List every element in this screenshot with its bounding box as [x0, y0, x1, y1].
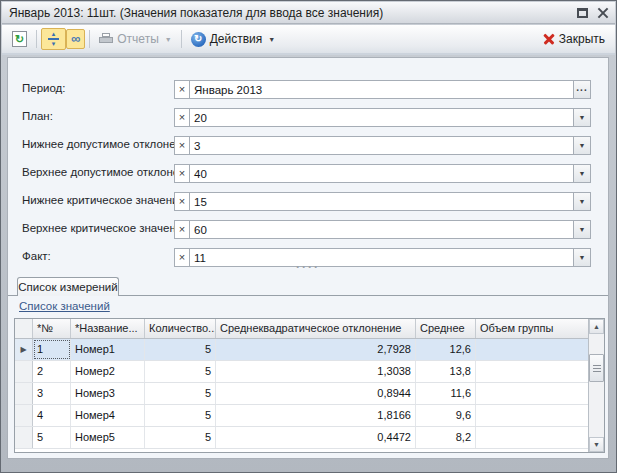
- column-header[interactable]: Среднее: [416, 319, 476, 338]
- clear-icon[interactable]: ×: [175, 221, 190, 238]
- field-value[interactable]: 15: [190, 193, 573, 210]
- link-toggle-button[interactable]: ∞: [66, 29, 85, 49]
- titlebar[interactable]: Январь 2013: 11шт. (Значения показателя …: [2, 2, 615, 24]
- table-row[interactable]: 5Номер550,44728,2: [15, 427, 588, 449]
- refresh-button[interactable]: ↻: [7, 28, 32, 50]
- clear-icon[interactable]: ×: [175, 109, 190, 126]
- table-header-row: *№*Название...Количество...Среднеквадрат…: [15, 319, 588, 339]
- table-row[interactable]: 4Номер451,81669,6: [15, 405, 588, 427]
- scrollbar-track[interactable]: [589, 334, 604, 437]
- table-row[interactable]: 2Номер251,303813,8: [15, 361, 588, 383]
- scrollbar-thumb[interactable]: [589, 354, 604, 382]
- splitter-toggle-button[interactable]: ▲ ▼: [41, 28, 66, 50]
- table-cell[interactable]: 5: [145, 427, 216, 448]
- reports-label: Отчеты: [117, 32, 158, 46]
- table-cell[interactable]: 11,6: [416, 383, 476, 404]
- table-cell[interactable]: 3: [33, 383, 71, 404]
- actions-label: Действия: [210, 32, 263, 46]
- ellipsis-button[interactable]: ...: [573, 81, 590, 98]
- chain-icon: ∞: [71, 32, 80, 46]
- field-input[interactable]: ×15▼: [174, 192, 591, 211]
- clear-icon[interactable]: ×: [175, 193, 190, 210]
- field-value[interactable]: 3: [190, 137, 573, 154]
- table-cell[interactable]: 5: [33, 427, 71, 448]
- field-input[interactable]: ×20▼: [174, 108, 591, 127]
- maximize-icon[interactable]: [577, 8, 588, 18]
- dropdown-button[interactable]: ▼: [573, 221, 590, 238]
- table-cell[interactable]: 1,8166: [216, 405, 416, 426]
- clear-icon[interactable]: ×: [175, 81, 190, 98]
- row-selector-cell[interactable]: [15, 427, 33, 448]
- table-row[interactable]: ▶1Номер152,792812,6: [15, 339, 588, 361]
- table-cell[interactable]: 13,8: [416, 361, 476, 382]
- dropdown-button[interactable]: ▼: [573, 165, 590, 182]
- table-cell[interactable]: Номер5: [71, 427, 145, 448]
- table-cell[interactable]: Номер3: [71, 383, 145, 404]
- table-cell[interactable]: 0,8944: [216, 383, 416, 404]
- column-header[interactable]: *№: [33, 319, 71, 338]
- table-cell[interactable]: 0,4472: [216, 427, 416, 448]
- row-selector-header[interactable]: [15, 319, 33, 338]
- row-selector-cell[interactable]: [15, 405, 33, 426]
- table-cell[interactable]: 2: [33, 361, 71, 382]
- table-cell[interactable]: [476, 361, 588, 382]
- table-cell[interactable]: [476, 383, 588, 404]
- field-input[interactable]: ×3▼: [174, 136, 591, 155]
- field-value[interactable]: Январь 2013: [190, 81, 573, 98]
- table-cell[interactable]: 5: [145, 383, 216, 404]
- table-cell[interactable]: [476, 405, 588, 426]
- field-value[interactable]: 60: [190, 221, 573, 238]
- column-header[interactable]: *Название...: [71, 319, 145, 338]
- table-columns-area: *№*Название...Количество...Среднеквадрат…: [15, 319, 588, 452]
- table-cell[interactable]: [476, 427, 588, 448]
- table-cell[interactable]: [476, 339, 588, 360]
- row-selector-cell[interactable]: [15, 361, 33, 382]
- table-row[interactable]: 3Номер350,894411,6: [15, 383, 588, 405]
- vertical-scrollbar[interactable]: ▲ ▼: [588, 319, 604, 452]
- field-input[interactable]: ×60▼: [174, 220, 591, 239]
- table-rows: ▶1Номер152,792812,62Номер251,303813,83Но…: [15, 339, 588, 449]
- column-header[interactable]: Среднеквадратическое отклонение: [216, 319, 416, 338]
- field-input[interactable]: ×40▼: [174, 164, 591, 183]
- table-cell[interactable]: 8,2: [416, 427, 476, 448]
- table-cell[interactable]: 5: [145, 339, 216, 360]
- form-field-row: Верхнее критическое значение:×60▼: [8, 220, 608, 239]
- table-cell[interactable]: Номер1: [71, 339, 145, 360]
- tab-measurement-list[interactable]: Список измерений: [17, 277, 119, 296]
- close-button[interactable]: Закрыть: [539, 30, 610, 48]
- values-list-link[interactable]: Список значений: [19, 300, 110, 312]
- actions-button[interactable]: ↻ Действия ▼: [186, 29, 281, 50]
- table-cell[interactable]: 5: [145, 405, 216, 426]
- table-cell[interactable]: 2,7928: [216, 339, 416, 360]
- splitter-handle[interactable]: ····: [8, 264, 608, 272]
- table-cell[interactable]: 1,3038: [216, 361, 416, 382]
- form-field-row: План:×20▼: [8, 108, 608, 127]
- clear-icon[interactable]: ×: [175, 137, 190, 154]
- row-selector-cell[interactable]: ▶: [15, 339, 33, 360]
- field-value[interactable]: 40: [190, 165, 573, 182]
- dropdown-button[interactable]: ▼: [573, 193, 590, 210]
- table-cell[interactable]: Номер4: [71, 405, 145, 426]
- column-header[interactable]: Количество...: [145, 319, 216, 338]
- field-input[interactable]: ×Январь 2013...: [174, 80, 591, 99]
- actions-icon: ↻: [191, 32, 206, 47]
- table-cell[interactable]: 12,6: [416, 339, 476, 360]
- table-cell[interactable]: 9,6: [416, 405, 476, 426]
- table-cell[interactable]: 5: [145, 361, 216, 382]
- scroll-down-icon[interactable]: ▼: [589, 437, 604, 452]
- form-field-row: Период:×Январь 2013...: [8, 80, 608, 99]
- field-value[interactable]: 20: [190, 109, 573, 126]
- dropdown-button[interactable]: ▼: [573, 109, 590, 126]
- row-pointer-icon: ▶: [20, 345, 26, 354]
- column-header[interactable]: Объем группы: [476, 319, 588, 338]
- row-selector-cell[interactable]: [15, 383, 33, 404]
- clear-icon[interactable]: ×: [175, 165, 190, 182]
- table-cell[interactable]: Номер2: [71, 361, 145, 382]
- close-icon[interactable]: [597, 7, 608, 18]
- reports-button[interactable]: Отчеты ▼: [94, 29, 176, 49]
- table-cell[interactable]: 4: [33, 405, 71, 426]
- scroll-up-icon[interactable]: ▲: [589, 319, 604, 334]
- table-cell[interactable]: 1: [33, 339, 71, 360]
- field-label: Нижнее допустимое отклонение:: [22, 138, 198, 150]
- dropdown-button[interactable]: ▼: [573, 137, 590, 154]
